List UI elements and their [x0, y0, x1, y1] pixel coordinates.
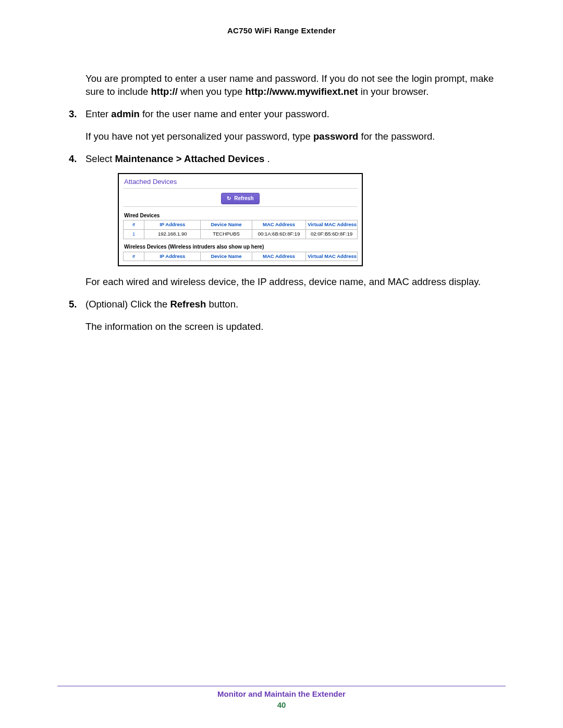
- step-number: 3.: [69, 108, 77, 121]
- refresh-icon: ↻: [227, 195, 231, 202]
- text: Select: [85, 153, 115, 164]
- step-3: 3. Enter admin for the user name and ent…: [57, 108, 506, 143]
- text: (Optional) Click the: [85, 299, 170, 310]
- table-header-row: # IP Address Device Name MAC Address Vir…: [124, 252, 358, 261]
- refresh-button[interactable]: ↻ Refresh: [221, 193, 259, 204]
- step-followup: The information on the screen is updated…: [85, 320, 506, 334]
- text: .: [267, 153, 270, 164]
- text-bold: http://www.mywifiext.net: [245, 86, 358, 97]
- step-4: 4. Select Maintenance > Attached Devices…: [57, 153, 506, 289]
- step-5: 5. (Optional) Click the Refresh button. …: [57, 298, 506, 334]
- text-bold: Maintenance > Attached Devices: [115, 153, 265, 164]
- cell-name: TECHPUBS: [201, 230, 252, 239]
- footer-section-title: Monitor and Maintain the Extender: [57, 689, 506, 698]
- wireless-devices-label: Wireless Devices (Wireless intruders als…: [124, 243, 358, 251]
- page-footer: Monitor and Maintain the Extender 40: [57, 686, 506, 709]
- col-num: #: [124, 252, 144, 261]
- col-mac: MAC Address: [252, 252, 305, 261]
- col-vmac: Virtual MAC Address: [306, 252, 358, 261]
- col-num: #: [124, 220, 144, 230]
- col-name: Device Name: [201, 252, 252, 261]
- document-page: AC750 WiFi Range Extender You are prompt…: [0, 0, 563, 728]
- cell-mac: 00:1A:6B:6D:8F:19: [252, 230, 305, 239]
- text-bold: Refresh: [170, 299, 206, 310]
- text: button.: [209, 299, 238, 310]
- panel-title: Attached Devices: [124, 177, 358, 187]
- col-ip: IP Address: [144, 220, 201, 230]
- text-bold: admin: [111, 108, 139, 119]
- step-number: 5.: [69, 298, 77, 311]
- wireless-devices-table: # IP Address Device Name MAC Address Vir…: [123, 252, 358, 262]
- intro-paragraph: You are prompted to enter a user name an…: [85, 72, 506, 98]
- table-header-row: # IP Address Device Name MAC Address Vir…: [124, 220, 358, 230]
- text-bold: http://: [151, 86, 177, 97]
- col-mac: MAC Address: [252, 220, 305, 230]
- text-bold: password: [313, 131, 358, 142]
- wired-devices-table: # IP Address Device Name MAC Address Vir…: [123, 220, 358, 239]
- cell-num: 1: [124, 230, 144, 239]
- refresh-button-label: Refresh: [234, 195, 253, 201]
- step-after-panel: For each wired and wireless device, the …: [85, 276, 506, 289]
- col-vmac: Virtual MAC Address: [306, 220, 358, 230]
- footer-page-number: 40: [57, 700, 506, 709]
- cell-ip: 192.168.1.90: [144, 230, 201, 239]
- cell-vmac: 02:0F:B5:6D:8F:19: [306, 230, 358, 239]
- text: Enter: [85, 108, 111, 119]
- text: If you have not yet personalized your pa…: [85, 131, 313, 142]
- text: when you type: [180, 86, 245, 97]
- col-ip: IP Address: [144, 252, 201, 261]
- text: for the user name and enter your passwor…: [142, 108, 329, 119]
- attached-devices-panel: Attached Devices ↻ Refresh Wired Devices…: [118, 173, 363, 266]
- text: for the password.: [361, 131, 435, 142]
- text: in your browser.: [361, 86, 429, 97]
- refresh-toolbar: ↻ Refresh: [123, 188, 358, 207]
- table-row: 1 192.168.1.90 TECHPUBS 00:1A:6B:6D:8F:1…: [124, 230, 358, 239]
- step-followup: If you have not yet personalized your pa…: [85, 130, 506, 143]
- step-number: 4.: [69, 153, 77, 166]
- col-name: Device Name: [201, 220, 252, 230]
- wired-devices-label: Wired Devices: [124, 212, 358, 219]
- page-header: AC750 WiFi Range Extender: [57, 26, 506, 35]
